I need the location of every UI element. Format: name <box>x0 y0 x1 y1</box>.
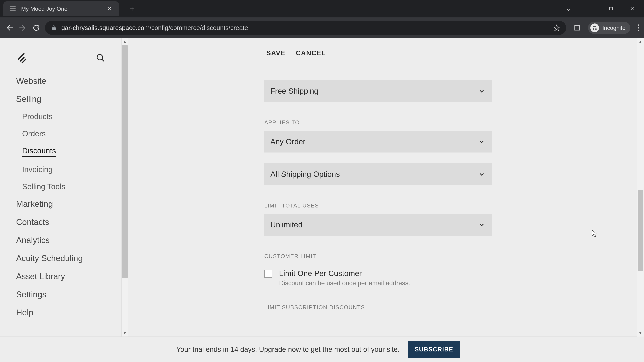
promotion-type-select[interactable]: Free Shipping <box>264 80 492 102</box>
svg-rect-0 <box>610 7 612 10</box>
tab-overflow-icon[interactable]: ⌄ <box>566 5 571 12</box>
page-viewport: Website Selling Products Orders Discount… <box>0 38 644 362</box>
svg-point-4 <box>638 30 639 31</box>
close-icon[interactable]: ✕ <box>107 6 112 11</box>
applies-to-select[interactable]: Any Order <box>264 131 492 152</box>
app-root: Website Selling Products Orders Discount… <box>0 38 636 362</box>
sidebar-item-contacts[interactable]: Contacts <box>16 217 122 227</box>
browser-toolbar: gar-chrysalis.squarespace.com/config/com… <box>0 17 644 38</box>
sidebar-item-selling-tools[interactable]: Selling Tools <box>22 182 122 191</box>
sidebar-item-analytics[interactable]: Analytics <box>16 235 122 245</box>
omnibox-actions <box>553 24 560 31</box>
checkbox-text: Limit One Per Customer Discount can be u… <box>279 269 410 287</box>
sidebar-item-marketing[interactable]: Marketing <box>16 199 122 209</box>
svg-point-2 <box>638 24 639 26</box>
reload-button[interactable] <box>32 24 41 32</box>
address-bar[interactable]: gar-chrysalis.squarespace.com/config/com… <box>45 21 566 35</box>
tab-title: My Mood Joy One <box>21 5 102 12</box>
chevron-down-icon <box>479 88 485 94</box>
scroll-down-icon[interactable]: ▼ <box>637 330 644 337</box>
subscribe-button[interactable]: SUBSCRIBE <box>408 341 460 358</box>
limit-one-per-customer-desc: Discount can be used once per email addr… <box>279 280 410 287</box>
cancel-button[interactable]: CANCEL <box>296 49 326 57</box>
incognito-label: Incognito <box>602 25 626 31</box>
window-close-icon[interactable]: ✕ <box>630 5 634 12</box>
sidebar-item-settings[interactable]: Settings <box>16 290 122 299</box>
limit-subscription-discounts-label: LIMIT SUBSCRIPTION DISCOUNTS <box>264 304 492 311</box>
sidebar-item-selling[interactable]: Selling <box>16 94 122 104</box>
extensions-icon[interactable] <box>574 24 580 31</box>
limit-total-uses-value: Unlimited <box>270 220 302 229</box>
limit-total-uses-label: LIMIT TOTAL USES <box>264 202 492 209</box>
kebab-menu-icon[interactable] <box>638 24 639 31</box>
sidebar-nav: Website Selling Products Orders Discount… <box>0 76 122 318</box>
applies-to-label: APPLIES TO <box>264 119 492 126</box>
sidebar-item-acuity-scheduling[interactable]: Acuity Scheduling <box>16 253 122 263</box>
incognito-chip[interactable]: Incognito <box>588 22 630 34</box>
forward-button[interactable] <box>18 24 28 32</box>
sidebar-scrollbar[interactable]: ▲ ▼ <box>122 38 128 337</box>
shipping-options-select[interactable]: All Shipping Options <box>264 163 492 185</box>
sidebar-item-orders[interactable]: Orders <box>22 129 122 138</box>
page-scrollbar[interactable]: ▲ ▼ <box>636 38 644 337</box>
shipping-options-value: All Shipping Options <box>270 170 340 179</box>
lock-icon <box>51 25 57 31</box>
limit-one-per-customer-label: Limit One Per Customer <box>279 269 410 278</box>
promotion-type-value: Free Shipping <box>270 86 318 95</box>
action-bar: SAVE CANCEL <box>266 49 326 57</box>
favicon-icon <box>10 5 16 12</box>
sidebar-subnav-selling: Products Orders Discounts Invoicing Sell… <box>16 112 122 191</box>
sidebar-item-products[interactable]: Products <box>22 112 122 121</box>
bookmark-icon[interactable] <box>553 24 560 31</box>
browser-window: My Mood Joy One ✕ + ⌄ ✕ <box>0 0 644 362</box>
scroll-down-icon[interactable]: ▼ <box>122 330 128 337</box>
search-icon[interactable] <box>96 53 105 63</box>
sidebar-item-help[interactable]: Help <box>16 308 122 318</box>
main-content: SAVE CANCEL Free Shipping APPLIES TO Any… <box>122 38 636 362</box>
discount-form: Free Shipping APPLIES TO Any Order Al <box>264 80 492 316</box>
limit-one-per-customer-checkbox[interactable] <box>264 270 272 278</box>
page-scrollbar-thumb[interactable] <box>638 190 643 271</box>
tab-strip: My Mood Joy One ✕ + ⌄ ✕ <box>0 0 644 17</box>
browser-tab[interactable]: My Mood Joy One ✕ <box>3 1 119 16</box>
sidebar-scrollbar-thumb[interactable] <box>122 45 128 278</box>
url-text: gar-chrysalis.squarespace.com/config/com… <box>62 24 248 31</box>
minimize-icon[interactable] <box>587 6 592 11</box>
save-button[interactable]: SAVE <box>266 49 286 57</box>
maximize-icon[interactable] <box>608 6 614 11</box>
new-tab-button[interactable]: + <box>130 4 134 13</box>
back-button[interactable] <box>5 24 14 32</box>
sidebar-top <box>0 48 122 76</box>
chevron-down-icon <box>479 139 485 145</box>
sidebar-item-website[interactable]: Website <box>16 76 122 86</box>
customer-limit-row: Limit One Per Customer Discount can be u… <box>264 269 492 287</box>
sidebar-item-invoicing[interactable]: Invoicing <box>22 165 122 174</box>
trial-banner: Your trial ends in 14 days. Upgrade now … <box>0 337 636 362</box>
sidebar: Website Selling Products Orders Discount… <box>0 38 122 362</box>
squarespace-logo-icon[interactable] <box>16 52 28 64</box>
trial-banner-message: Your trial ends in 14 days. Upgrade now … <box>176 346 400 354</box>
window-controls: ⌄ ✕ <box>566 5 644 12</box>
scroll-up-icon[interactable]: ▲ <box>122 38 128 45</box>
svg-point-3 <box>638 27 639 28</box>
chevron-down-icon <box>479 222 485 228</box>
url-path: /config/commerce/discounts/create <box>150 24 248 31</box>
scroll-up-icon[interactable]: ▲ <box>637 38 644 45</box>
incognito-icon <box>590 23 599 32</box>
url-host: gar-chrysalis.squarespace.com <box>62 24 150 31</box>
svg-point-5 <box>97 54 103 60</box>
chevron-down-icon <box>479 171 485 177</box>
toolbar-right: Incognito <box>570 22 639 34</box>
limit-total-uses-select[interactable]: Unlimited <box>264 214 492 236</box>
sidebar-item-asset-library[interactable]: Asset Library <box>16 272 122 281</box>
applies-to-value: Any Order <box>270 137 306 146</box>
sidebar-item-discounts[interactable]: Discounts <box>22 146 56 157</box>
svg-rect-1 <box>575 25 580 30</box>
customer-limit-label: CUSTOMER LIMIT <box>264 253 492 259</box>
